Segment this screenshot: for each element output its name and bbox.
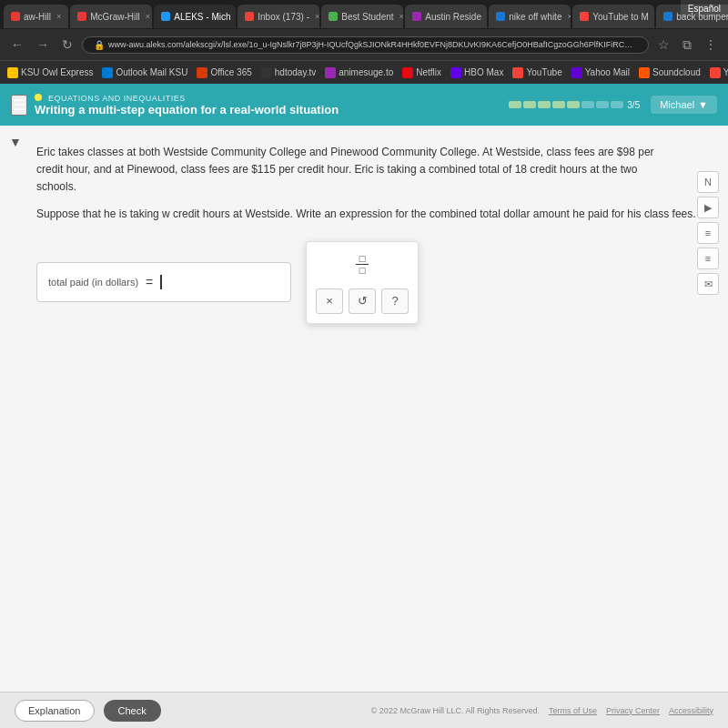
bookmark-label: hdtoday.tv: [275, 67, 316, 77]
math-keyboard: □ □ × ↺ ?: [306, 241, 419, 324]
bookmark-animesuge[interactable]: animesuge.to: [325, 67, 393, 78]
accessibility-link[interactable]: Accessibility: [669, 706, 713, 715]
tab-label: Austin Reside: [425, 12, 481, 22]
right-icons: N ▶ ≡ ≡ ✉: [697, 171, 719, 295]
progress-seg-4: [552, 101, 565, 108]
progress-container: 3/5: [509, 100, 640, 110]
multiply-key[interactable]: ×: [316, 288, 343, 314]
tab-icon: [161, 12, 170, 21]
equals-sign: =: [146, 275, 153, 289]
bookmark-star-icon[interactable]: ☆: [654, 35, 673, 54]
progress-label: 3/5: [627, 100, 640, 110]
tab-inbox[interactable]: Inbox (173) - ×: [238, 5, 319, 28]
notepad-icon[interactable]: N: [697, 171, 719, 193]
username-label: Michael: [660, 99, 694, 110]
bookmark-icon: [197, 67, 207, 78]
menu-icon[interactable]: ⋮: [701, 35, 721, 54]
play-icon[interactable]: ▶: [697, 197, 719, 218]
bookmark-netflix[interactable]: Netflix: [402, 67, 441, 78]
progress-seg-3: [538, 101, 551, 108]
tab-icon: [329, 12, 338, 21]
bookmark-outlook[interactable]: Outlook Mail KSU: [102, 67, 187, 78]
back-button[interactable]: ←: [7, 35, 27, 54]
bookmark-icon: [512, 67, 523, 78]
fraction-display[interactable]: □ □: [356, 253, 369, 276]
answer-label: total paid (in dollars): [48, 277, 138, 288]
privacy-link[interactable]: Privacy Center: [606, 706, 660, 715]
mail-icon[interactable]: ✉: [697, 273, 719, 295]
progress-seg-7: [596, 101, 609, 108]
bookmark-icon: [102, 67, 113, 78]
tab-best-student[interactable]: Best Student ×: [321, 5, 403, 28]
bookmark-label: animesuge.to: [339, 67, 393, 77]
bookmark-hbo[interactable]: HBO Max: [450, 67, 503, 78]
bookmark-label: Office 365: [210, 67, 251, 77]
bookmark-label: KSU Owl Express: [21, 67, 93, 77]
terms-link[interactable]: Terms of Use: [549, 706, 597, 715]
bookmark-icon: [7, 67, 18, 78]
tab-icon: [663, 12, 672, 21]
bookmark-icon: [402, 67, 413, 78]
progress-segments: [509, 101, 623, 108]
aleks-left: ☰ EQUATIONS AND INEQUALITIES Writing a m…: [11, 94, 339, 116]
bookmark-yahoo[interactable]: Yahoo Mail: [571, 67, 630, 78]
tab-close-icon[interactable]: ×: [315, 12, 319, 21]
bottom-left: Explanation Check: [15, 700, 161, 722]
url-bar[interactable]: 🔒 www-awu.aleks.com/alekscgi/x/lsl.exe/1…: [82, 36, 649, 54]
tab-aw-hill[interactable]: aw-Hill ×: [4, 5, 68, 28]
extensions-icon[interactable]: ⧉: [679, 35, 695, 55]
bookmark-label: Outlook Mail KSU: [116, 67, 187, 77]
bookmark-youtube[interactable]: YouTube: [512, 67, 561, 78]
tab-icon: [245, 12, 254, 21]
fraction-numerator: □: [356, 253, 369, 265]
tab-youtube-mp3[interactable]: YouTube to M ×: [572, 5, 654, 28]
expand-button[interactable]: ▼: [9, 135, 22, 149]
bookmark-soundcloud[interactable]: Soundcloud: [639, 67, 701, 78]
topic-title: Writing a multi-step equation for a real…: [35, 103, 339, 116]
lock-icon: 🔒: [94, 40, 105, 50]
tab-close-icon[interactable]: ×: [399, 12, 404, 21]
bookmark-ksu[interactable]: KSU Owl Express: [7, 67, 93, 78]
bookmark-yt-mp3[interactable]: YouTube to Mp3 M...: [710, 67, 728, 78]
category-text: EQUATIONS AND INEQUALITIES: [48, 94, 186, 103]
list-icon-1[interactable]: ≡: [697, 222, 719, 244]
url-text: www-awu.aleks.com/alekscgi/x/lsl.exe/1o_…: [108, 40, 637, 49]
category-label: EQUATIONS AND INEQUALITIES: [35, 94, 339, 103]
tab-icon: [11, 12, 20, 21]
tab-mcgrawhill[interactable]: McGraw-Hill ×: [70, 5, 152, 28]
tab-close-icon[interactable]: ×: [146, 12, 150, 21]
bookmark-icon: [261, 67, 272, 78]
tab-label: McGraw-Hill: [90, 12, 139, 22]
tab-close-icon[interactable]: ×: [567, 12, 571, 21]
check-button[interactable]: Check: [104, 700, 161, 722]
progress-seg-2: [523, 101, 536, 108]
tab-label: Inbox (173) -: [258, 12, 309, 22]
user-menu-button[interactable]: Michael ▼: [651, 96, 717, 114]
content-area: ▼ Eric takes classes at both Westside Co…: [0, 126, 728, 692]
answer-box[interactable]: total paid (in dollars) =: [36, 262, 291, 302]
tab-icon: [77, 12, 86, 21]
bookmark-icon: [571, 67, 582, 78]
tab-aleks[interactable]: ALEKS - Mich ×: [154, 5, 236, 28]
espanol-button[interactable]: Español: [681, 0, 728, 17]
refresh-button[interactable]: ↻: [58, 35, 76, 54]
help-key[interactable]: ?: [381, 288, 409, 314]
hamburger-menu[interactable]: ☰: [11, 95, 27, 116]
tab-nike[interactable]: nike off white ×: [489, 5, 571, 28]
bookmark-hdtoday[interactable]: hdtoday.tv: [261, 67, 316, 78]
bookmark-label: Soundcloud: [652, 67, 701, 77]
explanation-button[interactable]: Explanation: [15, 700, 95, 722]
aleks-right: 3/5 Michael ▼: [509, 96, 717, 114]
list-icon-2[interactable]: ≡: [697, 248, 719, 269]
tab-close-icon[interactable]: ×: [56, 12, 61, 21]
forward-button[interactable]: →: [33, 35, 53, 54]
bookmark-office[interactable]: Office 365: [197, 67, 251, 78]
answer-cursor: [160, 275, 162, 289]
prompt-text: Suppose that he is taking w credit hours…: [36, 206, 710, 223]
tab-label: nike off white: [509, 12, 561, 22]
fraction-denominator: □: [356, 265, 369, 276]
category-dot: [35, 94, 42, 101]
undo-key[interactable]: ↺: [349, 288, 376, 314]
tab-label: Best Student: [341, 12, 393, 22]
tab-austin[interactable]: Austin Reside ×: [405, 5, 487, 28]
